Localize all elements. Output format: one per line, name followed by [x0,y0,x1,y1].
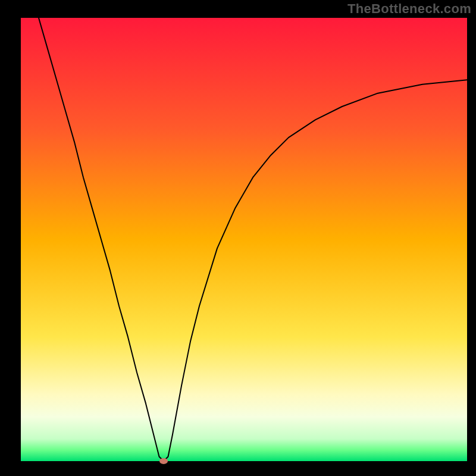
bottleneck-curve [21,18,467,461]
watermark-label: TheBottleneck.com [347,1,471,17]
optimum-marker [159,458,168,464]
chart-container: TheBottleneck.com [0,0,476,476]
